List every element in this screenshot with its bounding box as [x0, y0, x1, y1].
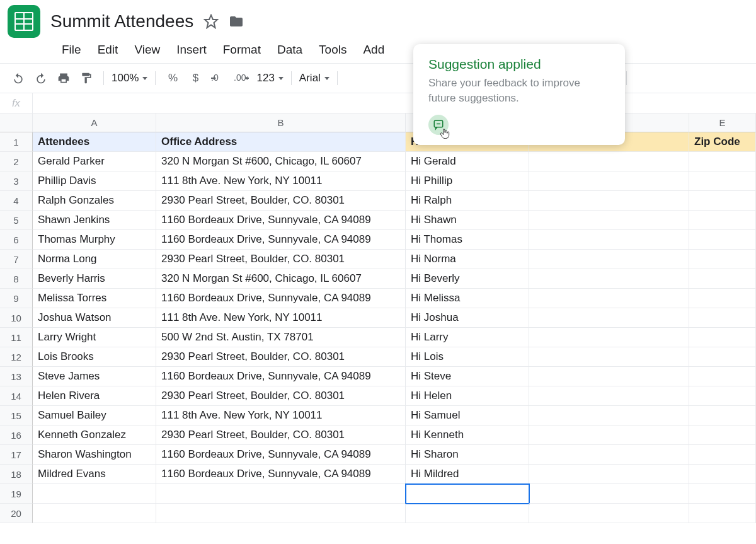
cell[interactable]: Shawn Jenkins	[33, 211, 156, 230]
cell[interactable]	[689, 445, 756, 465]
select-all-corner[interactable]	[0, 113, 33, 132]
cell[interactable]: 111 8th Ave. New York, NY 10011	[156, 171, 406, 191]
row-header[interactable]: 9	[0, 289, 33, 308]
cell[interactable]: 1160 Bordeaux Drive, Sunnyvale, CA 94089	[156, 230, 406, 250]
cell[interactable]	[689, 367, 756, 386]
cell[interactable]: Ralph Gonzales	[33, 191, 156, 211]
row-header[interactable]: 10	[0, 308, 33, 328]
cell[interactable]: Norma Long	[33, 250, 156, 269]
cell[interactable]: Steve James	[33, 367, 156, 386]
cell[interactable]	[529, 191, 689, 211]
header-cell[interactable]: Office Address	[156, 132, 406, 152]
row-header[interactable]: 13	[0, 367, 33, 386]
row-header[interactable]: 15	[0, 406, 33, 425]
print-button[interactable]	[54, 69, 73, 88]
row-header[interactable]: 6	[0, 230, 33, 250]
row-header[interactable]: 2	[0, 152, 33, 171]
paint-format-button[interactable]	[77, 69, 96, 88]
cell[interactable]: 500 W 2nd St. Austin, TX 78701	[156, 328, 406, 347]
cell[interactable]: Hi Norma	[406, 250, 529, 269]
cell[interactable]	[529, 211, 689, 230]
row-header[interactable]: 11	[0, 328, 33, 347]
cell[interactable]	[689, 504, 756, 523]
cell[interactable]: Hi Melissa	[406, 289, 529, 308]
cell[interactable]	[689, 308, 756, 328]
cell[interactable]	[689, 171, 756, 191]
cell[interactable]	[529, 465, 689, 484]
feedback-button[interactable]	[428, 115, 449, 135]
cell[interactable]: Hi Mildred	[406, 465, 529, 484]
cell[interactable]: Lois Brooks	[33, 347, 156, 367]
cell[interactable]: Samuel Bailey	[33, 406, 156, 425]
cell[interactable]: Phillip Davis	[33, 171, 156, 191]
cell[interactable]: Hi Joshua	[406, 308, 529, 328]
menu-format[interactable]: Format	[223, 43, 261, 57]
cell[interactable]: 320 N Morgan St #600, Chicago, IL 60607	[156, 269, 406, 289]
redo-button[interactable]	[32, 69, 50, 88]
cell[interactable]: 111 8th Ave. New York, NY 10011	[156, 406, 406, 425]
cell[interactable]: Hi Sharon	[406, 445, 529, 465]
cell[interactable]: Hi Helen	[406, 386, 529, 406]
cell[interactable]	[529, 445, 689, 465]
cell[interactable]	[689, 386, 756, 406]
cell[interactable]: Helen Rivera	[33, 386, 156, 406]
font-dropdown[interactable]: Arial	[299, 72, 329, 84]
row-header[interactable]: 8	[0, 269, 33, 289]
cell[interactable]	[33, 504, 156, 523]
cell[interactable]	[529, 347, 689, 367]
star-icon[interactable]	[203, 14, 219, 29]
cell[interactable]: 2930 Pearl Street, Boulder, CO. 80301	[156, 347, 406, 367]
cell[interactable]	[689, 484, 756, 504]
cell[interactable]: Mildred Evans	[33, 465, 156, 484]
row-header[interactable]: 5	[0, 211, 33, 230]
cell[interactable]	[529, 308, 689, 328]
row-header[interactable]: 14	[0, 386, 33, 406]
cell[interactable]	[406, 504, 529, 523]
column-header-B[interactable]: B	[156, 113, 406, 132]
format-123-dropdown[interactable]: 123	[256, 72, 283, 84]
cell[interactable]: Hi Phillip	[406, 171, 529, 191]
cell[interactable]	[689, 152, 756, 171]
cell[interactable]: Hi Thomas	[406, 230, 529, 250]
cell[interactable]	[529, 386, 689, 406]
cell[interactable]: 2930 Pearl Street, Boulder, CO. 80301	[156, 250, 406, 269]
cell[interactable]: Hi Shawn	[406, 211, 529, 230]
cell[interactable]: Beverly Harris	[33, 269, 156, 289]
cell[interactable]: Hi Steve	[406, 367, 529, 386]
folder-icon[interactable]	[229, 14, 244, 29]
row-header[interactable]: 3	[0, 171, 33, 191]
cell[interactable]	[689, 191, 756, 211]
cell[interactable]: Gerald Parker	[33, 152, 156, 171]
cell[interactable]	[689, 269, 756, 289]
cell[interactable]	[529, 269, 689, 289]
row-header[interactable]: 20	[0, 504, 33, 523]
cell[interactable]: 1160 Bordeaux Drive, Sunnyvale, CA 94089	[156, 211, 406, 230]
cell[interactable]: Hi Lois	[406, 347, 529, 367]
cell[interactable]	[529, 484, 689, 504]
cell[interactable]: Larry Wright	[33, 328, 156, 347]
row-header[interactable]: 18	[0, 465, 33, 484]
cell[interactable]: 2930 Pearl Street, Boulder, CO. 80301	[156, 425, 406, 445]
cell[interactable]: 2930 Pearl Street, Boulder, CO. 80301	[156, 191, 406, 211]
row-header[interactable]: 12	[0, 347, 33, 367]
cell[interactable]	[529, 230, 689, 250]
cell[interactable]	[689, 211, 756, 230]
menu-tools[interactable]: Tools	[319, 43, 346, 57]
row-header[interactable]: 16	[0, 425, 33, 445]
cell[interactable]	[529, 289, 689, 308]
cell[interactable]	[689, 289, 756, 308]
cell[interactable]	[156, 484, 406, 504]
cell[interactable]: 2930 Pearl Street, Boulder, CO. 80301	[156, 386, 406, 406]
format-percent-button[interactable]: %	[163, 69, 182, 88]
cell[interactable]: Kenneth Gonzalez	[33, 425, 156, 445]
cell[interactable]: 320 N Morgan St #600, Chicago, IL 60607	[156, 152, 406, 171]
row-header[interactable]: 1	[0, 132, 33, 152]
cell[interactable]	[156, 504, 406, 523]
cell[interactable]: Melissa Torres	[33, 289, 156, 308]
cell[interactable]	[689, 406, 756, 425]
increase-decimal-button[interactable]: .00	[231, 69, 253, 88]
document-title[interactable]: Summit Attendees	[50, 11, 193, 32]
cell[interactable]	[33, 484, 156, 504]
cell[interactable]: Hi Beverly	[406, 269, 529, 289]
sheets-logo-icon[interactable]	[8, 5, 40, 38]
